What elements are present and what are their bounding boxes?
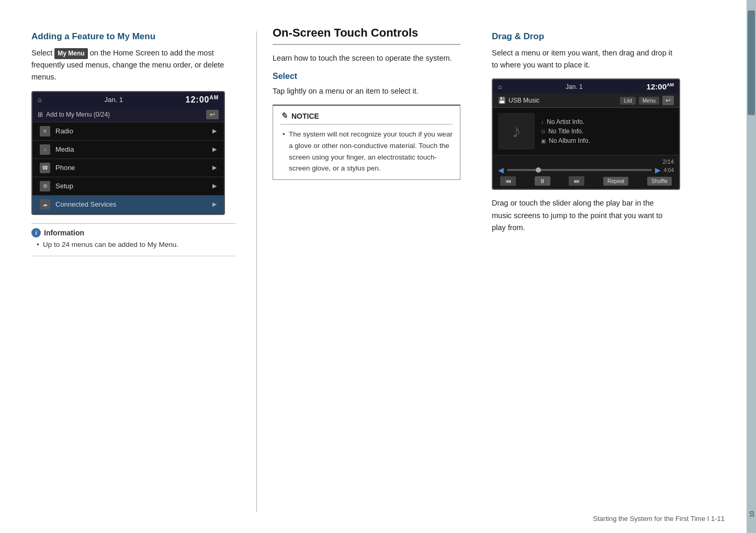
back-button[interactable]: ↩: [206, 110, 219, 119]
submenu-label: ⊞Add to My Menu (0/24): [38, 111, 110, 118]
phone-icon: ☎: [40, 163, 50, 173]
progress-bar[interactable]: [507, 169, 652, 171]
usb-time: 12:00AM: [647, 82, 674, 91]
screen-header: ⌂ Jan. 1 12:00AM: [32, 92, 224, 107]
track-num: 2/14: [498, 158, 674, 165]
usb-back-button[interactable]: ↩: [662, 96, 674, 105]
footer-label: Starting the System for the First Time I…: [593, 515, 725, 523]
playback-buttons: ⏮ ⏸ ⏭ Repeat Shuffle: [498, 176, 674, 186]
progress-bar-container[interactable]: ◀ ▶ 4:04: [498, 166, 674, 174]
setup-icon: ⚙: [40, 181, 50, 191]
my-menu-badge: My Menu: [54, 48, 87, 59]
media-icon: ♪: [40, 144, 50, 155]
menu-item-label: Radio: [55, 127, 73, 135]
arrow-icon: ▶: [212, 183, 217, 189]
menu-item-connected-services[interactable]: ☁ Connected Services ▶: [32, 196, 224, 214]
information-box: i Information Up to 24 menus can be adde…: [31, 223, 235, 248]
page-footer: Starting the System for the First Time I…: [593, 515, 725, 523]
info-list: Up to 24 menus can be added to My Menu.: [31, 241, 235, 248]
right-section-title: Drag & Drop: [492, 31, 675, 42]
right-body1: Select a menu or item you want, then dra…: [492, 47, 675, 71]
artist-line: ♪ No Artist Info.: [541, 118, 590, 126]
notice-box: ✎ NOTICE The system will not recognize y…: [273, 105, 460, 179]
menu-item-phone[interactable]: ☎ Phone ▶: [32, 159, 224, 177]
usb-date: Jan. 1: [566, 83, 583, 90]
usb-menu-button[interactable]: Menu: [639, 97, 659, 105]
select-body: Tap lightly on a menu or an item to sele…: [273, 85, 460, 97]
radio-icon: ≡: [40, 126, 50, 137]
left-column: Adding a Feature to My Menu Select My Me…: [31, 31, 251, 512]
time-elapsed: 4:04: [664, 167, 674, 173]
menu-item-media[interactable]: ♪ Media ▶: [32, 141, 224, 159]
track-title: No Title Info.: [548, 128, 583, 135]
track-info: ♪ No Artist Info. ⊙ No Title Info. ▣ No …: [541, 113, 590, 150]
title-icon: ⊙: [541, 129, 545, 134]
notice-title: ✎ NOTICE: [280, 111, 453, 124]
left-section-body: Select My Menu on the Home Screen to add…: [31, 47, 235, 84]
repeat-button[interactable]: Repeat: [603, 177, 628, 186]
body-pre: Select: [31, 49, 52, 57]
progress-dot[interactable]: [536, 167, 541, 173]
usb-icon: 💾: [498, 97, 506, 104]
screen-submenu-bar: ⊞Add to My Menu (0/24) ↩: [32, 107, 224, 122]
menu-item-label: Media: [55, 145, 74, 153]
usb-subheader: 💾 USB Music List Menu ↩: [493, 94, 679, 108]
right-body2: Drag or touch the slider along the play …: [492, 197, 675, 234]
usb-btn-group: List Menu ↩: [620, 96, 674, 105]
info-title: i Information: [31, 228, 235, 237]
usb-list-button[interactable]: List: [620, 97, 636, 105]
album-name: No Album Info.: [549, 137, 590, 144]
left-section-title: Adding a Feature to My Menu: [31, 31, 235, 42]
arrow-icon: ▶: [212, 128, 217, 134]
usb-home-icon: ⌂: [498, 83, 502, 90]
menu-item-label: Phone: [55, 164, 75, 172]
mid-section-title: On-Screen Touch Controls: [273, 26, 460, 45]
notice-list-item: The system will not recognize your touch…: [283, 129, 453, 174]
screen-time: 12:00AM: [186, 95, 219, 105]
right-column: Drag & Drop Select a menu or item you wa…: [476, 31, 675, 512]
usb-screen-header: ⌂ Jan. 1 12:00AM: [493, 80, 679, 94]
home-icon: ⌂: [38, 96, 42, 104]
notice-icon: ✎: [280, 111, 287, 121]
mid-intro-body: Learn how to touch the screen to operate…: [273, 52, 460, 64]
artist-icon: ♪: [541, 119, 544, 125]
next-button[interactable]: ⏭: [569, 176, 584, 186]
album-art: ♪: [498, 113, 535, 150]
menu-item-radio[interactable]: ≡ Radio ▶: [32, 122, 224, 141]
info-list-item: Up to 24 menus can be added to My Menu.: [37, 241, 235, 248]
notice-list: The system will not recognize your touch…: [280, 129, 453, 174]
usb-label: 💾 USB Music: [498, 97, 539, 104]
arrow-icon: ▶: [212, 201, 217, 208]
menu-item-setup[interactable]: ⚙ Setup ▶: [32, 177, 224, 196]
prev-button[interactable]: ⏮: [500, 176, 516, 186]
info-icon: i: [31, 228, 41, 237]
arrow-icon: ▶: [212, 146, 217, 153]
connected-services-icon: ☁: [40, 199, 50, 210]
album-icon: ▣: [541, 138, 546, 144]
artist-name: No Artist Info.: [547, 118, 584, 126]
menu-item-label: Setup: [55, 182, 73, 190]
title-line: ⊙ No Title Info.: [541, 128, 590, 135]
scrollbar-page-num: 10: [749, 511, 755, 517]
pause-button[interactable]: ⏸: [535, 176, 550, 186]
progress-right-arrow: ▶: [655, 166, 661, 174]
usb-controls-bar: 2/14 ◀ ▶ 4:04 ⏮ ⏸ ⏭ Repeat Shuffle: [493, 155, 679, 189]
scrollbar[interactable]: 10: [747, 0, 756, 533]
add-to-mymenu-screen: ⌂ Jan. 1 12:00AM ⊞Add to My Menu (0/24) …: [31, 91, 225, 215]
album-line: ▣ No Album Info.: [541, 137, 590, 144]
progress-left-arrow: ◀: [498, 166, 504, 174]
screen-date: Jan. 1: [104, 96, 122, 104]
scrollbar-thumb[interactable]: [748, 10, 755, 115]
usb-content-area: ♪ ♪ No Artist Info. ⊙ No Title Info. ▣ N…: [493, 108, 679, 155]
usb-music-screen: ⌂ Jan. 1 12:00AM 💾 USB Music List Menu ↩: [492, 78, 680, 190]
arrow-icon: ▶: [212, 164, 217, 171]
left-divider: [31, 256, 235, 256]
select-title: Select: [273, 72, 460, 81]
mid-column: On-Screen Touch Controls Learn how to to…: [256, 31, 476, 512]
music-note-icon: ♪: [512, 120, 521, 142]
shuffle-button[interactable]: Shuffle: [647, 177, 672, 186]
menu-item-label: Connected Services: [55, 200, 116, 208]
